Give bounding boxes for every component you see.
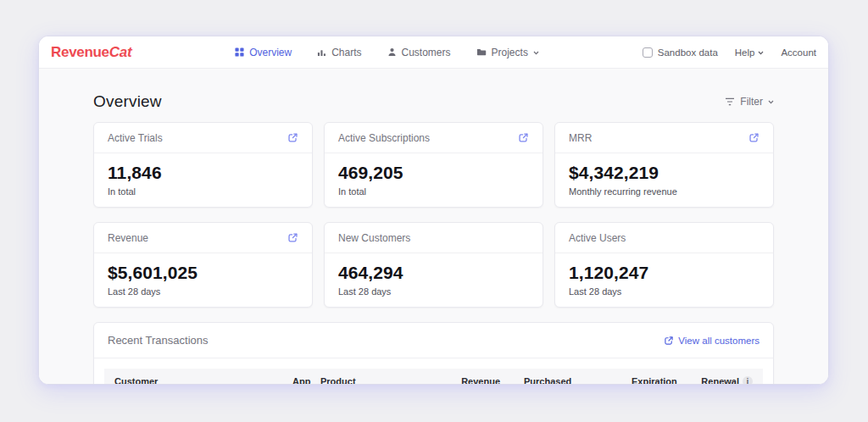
column-header-renewal[interactable]: Renewal [701,376,753,385]
view-all-label: View all customers [678,336,760,346]
main-content: Overview Filter Active Trials [39,69,828,385]
column-header-revenue[interactable]: Revenue [441,376,500,385]
external-link-icon[interactable] [518,132,529,143]
metric-subtitle: Last 28 days [108,286,298,297]
metric-cards-grid: Active Trials 11,846 In total Active Sub… [93,122,774,308]
metric-value: $4,342,219 [569,163,760,183]
nav-item-charts[interactable]: Charts [317,47,361,58]
metric-card-mrr: MRR $4,342,219 Monthly recurring revenue [554,122,774,208]
metric-subtitle: Last 28 days [338,286,529,297]
metric-value: 464,294 [338,263,529,283]
metric-card-title: Revenue [108,232,148,244]
metric-value: $5,601,025 [108,263,298,283]
column-header-customer[interactable]: Customer [114,376,158,385]
metric-value: 11,846 [108,163,298,183]
metric-subtitle: In total [108,186,298,197]
page-header: Overview Filter [93,92,774,111]
info-icon[interactable] [743,376,753,385]
top-navbar: RevenueCat Overview Charts Customers [39,36,828,69]
transactions-table-header: Customer App Product Revenue Purchased E… [104,369,763,385]
sandbox-data-toggle[interactable]: Sandbox data [643,47,718,58]
metric-subtitle: In total [338,186,529,197]
view-all-customers-link[interactable]: View all customers [664,336,760,346]
external-link-icon[interactable] [748,132,760,143]
nav-item-projects[interactable]: Projects [476,47,539,58]
nav-item-label: Charts [331,47,361,58]
sandbox-checkbox[interactable] [643,47,653,58]
column-header-renewal-label: Renewal [701,376,739,385]
external-link-icon[interactable] [287,132,298,143]
chevron-down-icon [758,51,764,55]
nav-item-label: Overview [249,47,292,58]
metric-card-title: Active Users [569,232,626,244]
column-header-product[interactable]: Product [320,376,356,385]
recent-transactions-panel: Recent Transactions View all customers C… [93,322,774,385]
help-label: Help [735,47,755,58]
metric-card-new-customers: New Customers 464,294 Last 28 days [324,222,543,308]
external-link-icon [664,336,674,346]
app-window: RevenueCat Overview Charts Customers [38,36,829,385]
nav-item-label: Customers [402,47,451,58]
grid-icon [235,47,244,57]
revenuecat-logo[interactable]: RevenueCat [51,44,131,61]
main-nav: Overview Charts Customers Projects [131,47,643,58]
sandbox-label: Sandbox data [658,47,718,58]
person-icon [387,47,397,57]
metric-card-title: Active Subscriptions [338,132,430,144]
metric-card-title: MRR [569,132,592,144]
filter-icon [725,97,735,106]
column-header-purchased[interactable]: Purchased [524,376,571,385]
metric-card-title: New Customers [338,232,410,244]
filter-button[interactable]: Filter [725,96,774,108]
folder-icon [476,47,487,57]
metric-value: 469,205 [338,163,529,183]
page-title: Overview [93,92,162,111]
metric-subtitle: Last 28 days [569,286,760,297]
help-menu[interactable]: Help [735,47,765,58]
filter-label: Filter [740,96,763,108]
account-menu[interactable]: Account [781,47,816,58]
metric-card-active-subscriptions: Active Subscriptions 469,205 In total [324,122,543,208]
chevron-down-icon [768,100,774,104]
nav-item-customers[interactable]: Customers [387,47,451,58]
account-label: Account [781,47,816,58]
transactions-title: Recent Transactions [108,334,209,347]
nav-item-label: Projects [492,47,528,58]
column-header-app[interactable]: App [292,376,310,385]
column-header-expiration[interactable]: Expiration [632,376,677,385]
logo-text-revenue: Revenue [51,44,109,60]
logo-text-cat: Cat [109,44,132,60]
navbar-right: Sandbox data Help Account [643,47,816,58]
metric-value: 1,120,247 [569,263,760,283]
chevron-down-icon [533,51,539,55]
metric-card-title: Active Trials [108,132,163,144]
external-link-icon[interactable] [287,232,298,243]
metric-card-revenue: Revenue $5,601,025 Last 28 days [93,222,313,308]
metric-subtitle: Monthly recurring revenue [569,186,760,197]
metric-card-active-trials: Active Trials 11,846 In total [93,122,313,208]
nav-item-overview[interactable]: Overview [235,47,292,58]
bar-chart-icon [317,47,326,57]
metric-card-active-users: Active Users 1,120,247 Last 28 days [554,222,774,308]
